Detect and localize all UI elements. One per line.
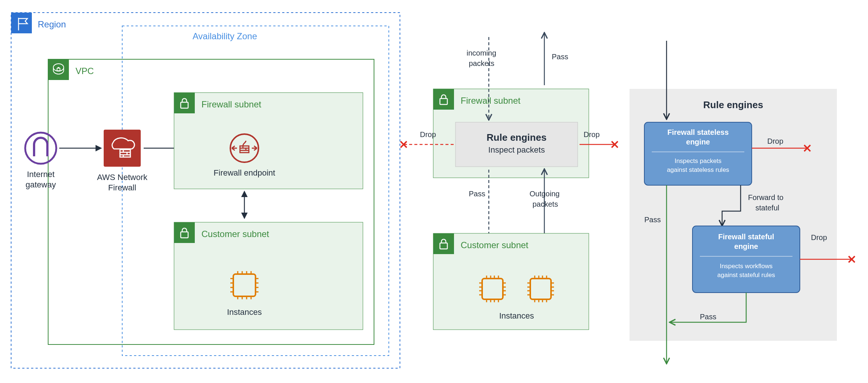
nfw-label-2: Firewall	[108, 183, 136, 192]
aws-network-firewall-icon	[104, 130, 141, 167]
svg-rect-1	[11, 13, 32, 33]
nfw-label-1: AWS Network	[97, 173, 148, 182]
region-group: Region Availability Zone VPC Internet ga…	[11, 13, 400, 368]
stateless-sub: Inspects packets	[675, 157, 722, 164]
firewall-subnet-title: Firewall subnet	[201, 99, 261, 109]
firewall-subnet-box: Firewall subnet Firewall endpoint	[174, 93, 363, 189]
forward-label2: stateful	[755, 204, 779, 212]
igw-label-1: Internet	[27, 170, 55, 179]
flow-customer-subnet-title: Customer subnet	[461, 240, 528, 250]
architecture-diagram: Region Availability Zone VPC Internet ga…	[0, 0, 868, 383]
svg-rect-61	[433, 233, 454, 254]
drop-left-label: Drop	[420, 130, 436, 139]
stateless-title: Firewall stateless	[667, 128, 729, 136]
vpc-label: VPC	[76, 66, 94, 76]
pass2-label: Pass	[700, 313, 716, 321]
stateful-sub: Inspects workflows	[720, 263, 773, 270]
stateless-title2: engine	[686, 138, 710, 146]
rule-box-sub: Inspect packets	[488, 145, 545, 154]
svg-rect-9	[104, 130, 141, 167]
rule-box-title: Rule engines	[487, 132, 547, 143]
flow-firewall-subnet-title: Firewall subnet	[461, 96, 521, 106]
az-label: Availability Zone	[193, 31, 257, 41]
pass-top-label: Pass	[552, 53, 568, 61]
svg-rect-19	[174, 93, 195, 113]
svg-rect-51	[433, 89, 454, 110]
packet-flow-group: Firewall subnet Rule engines Inspect pac…	[404, 33, 615, 330]
stateful-title2: engine	[734, 242, 758, 250]
pass1-label: Pass	[644, 216, 661, 224]
drop2-label: Drop	[811, 233, 827, 242]
internet-gateway-icon	[25, 133, 56, 164]
outgoing-label2: packets	[533, 200, 558, 208]
drop1-label: Drop	[767, 137, 783, 145]
svg-rect-5	[48, 59, 69, 80]
pass-down-label: Pass	[469, 190, 485, 198]
rule-engines-title: Rule engines	[703, 99, 763, 110]
flow-instances-label: Instances	[499, 311, 534, 320]
svg-rect-31	[174, 222, 195, 243]
instances-label: Instances	[227, 307, 262, 317]
forward-label: Forward to	[748, 193, 784, 202]
rule-engines-detail: Rule engines Firewall stateless engine I…	[630, 41, 852, 363]
svg-rect-53	[455, 122, 578, 167]
drop-right-label: Drop	[584, 130, 600, 139]
stateful-sub2: against stateful rules	[717, 272, 775, 279]
incoming-label: incoming	[467, 49, 496, 57]
customer-subnet-title: Customer subnet	[201, 229, 269, 239]
igw-label-2: gateway	[26, 180, 56, 189]
outgoing-label: Outgoing	[530, 190, 560, 198]
region-label: Region	[38, 19, 66, 29]
incoming-label2: packets	[469, 59, 494, 67]
firewall-endpoint-label: Firewall endpoint	[214, 168, 275, 177]
stateless-sub2: against stateless rules	[667, 166, 729, 173]
stateful-title: Firewall stateful	[718, 233, 774, 241]
customer-subnet-box: Customer subnet Instances	[174, 222, 363, 330]
